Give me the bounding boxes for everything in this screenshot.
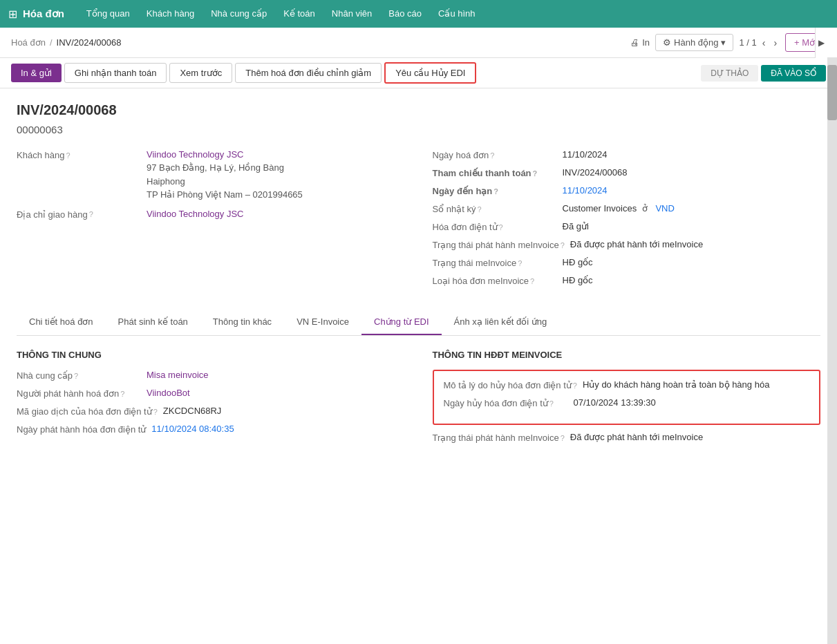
left-section-title: THÔNG TIN CHUNG <box>17 350 405 360</box>
cancel-edi-button[interactable]: Yêu cầu Hủy EDI <box>384 62 476 84</box>
q7-icon: ? <box>499 223 503 231</box>
tab-vn-einvoice[interactable]: VN E-Invoice <box>284 310 361 335</box>
bottom-section: THÔNG TIN CHUNG Nhà cung cấp ? Misa mein… <box>17 350 820 464</box>
tham-chieu-value: INV/2024/00068 <box>563 167 628 178</box>
question-mark-icon: ? <box>66 151 70 160</box>
trang-thai-phat-hanh-right-row: Trạng thái phát hành meInvoice ? Đã được… <box>433 432 821 443</box>
app-grid-icon[interactable]: ⊞ <box>8 8 17 21</box>
q4-icon: ? <box>533 169 538 178</box>
q13-icon: ? <box>153 408 158 416</box>
tab-thong-tin-khac[interactable]: Thông tin khác <box>200 310 284 335</box>
ngay-huy-value: 07/10/2024 13:39:30 <box>574 397 656 408</box>
ma-giao-dich-row: Mã giao dịch của hóa đơn điện tử ? ZKCDC… <box>17 406 405 417</box>
pagination: 1 / 1 ‹ › <box>739 36 780 50</box>
nav-khach-hang[interactable]: Khách hàng <box>138 0 203 28</box>
dia-chi-giao-hang-label: Địa chỉ giao hàng ? <box>17 209 141 220</box>
action-buttons: In & gửi Ghi nhận thanh toán Xem trước T… <box>11 62 476 84</box>
right-section-title: THÔNG TIN HĐĐT MEINVOICE <box>433 350 821 360</box>
trang-thai-phat-hanh-right-value: Đã được phát hành tới meInvoice <box>570 432 703 442</box>
bottom-left-col: THÔNG TIN CHUNG Nhà cung cấp ? Misa mein… <box>17 350 405 450</box>
nha-cung-cap-value[interactable]: Misa meinvoice <box>147 370 209 380</box>
tab-anh-xa-lien-ket[interactable]: Ánh xạ liên kết đối ứng <box>442 310 560 335</box>
loai-hoa-don-label: Loại hóa đơn meInvoice ? <box>433 275 557 286</box>
tab-chi-tiet-hoa-don[interactable]: Chi tiết hoá đơn <box>17 310 106 335</box>
q14-icon: ? <box>573 381 577 390</box>
trang-thai-meinvoice-value: HĐ gốc <box>563 257 593 267</box>
trang-thai-phat-hanh-right-label: Trạng thái phát hành meInvoice ? <box>433 432 565 443</box>
nav-ke-toan[interactable]: Kế toán <box>275 0 323 28</box>
preview-button[interactable]: Xem trước <box>169 63 232 83</box>
record-payment-button[interactable]: Ghi nhận thanh toán <box>64 63 167 83</box>
tab-phat-sinh-ke-toan[interactable]: Phát sinh kế toán <box>106 310 200 335</box>
khach-hang-value[interactable]: Viindoo Technology JSC <box>147 149 303 160</box>
ngay-hoa-don-row: Ngày hoá đơn ? 11/10/2024 <box>433 149 821 160</box>
hoa-don-dien-tu-value: Đã gửi <box>563 221 589 231</box>
ma-giao-dich-label: Mã giao dịch của hóa đơn điện tử ? <box>17 406 158 417</box>
ngay-den-han-value: 11/10/2024 <box>563 185 608 196</box>
tab-chung-tu-edi[interactable]: Chứng từ EDI <box>361 310 442 335</box>
scrollbar[interactable] <box>827 58 837 644</box>
loai-hoa-don-value: HĐ gốc <box>563 275 593 285</box>
q3-icon: ? <box>490 151 494 160</box>
q9-icon: ? <box>518 259 522 267</box>
mo-ta-ly-do-row: Mô tả lý do hủy hóa đơn điện tử ? Hủy do… <box>444 379 810 390</box>
khach-hang-row: Khách hàng ? Viindoo Technology JSC 97 B… <box>17 149 405 202</box>
nha-cung-cap-label: Nhà cung cấp ? <box>17 370 141 381</box>
form-right-col: Ngày hoá đơn ? 11/10/2024 Tham chiếu tha… <box>433 149 821 293</box>
ngay-den-han-row: Ngày đến hạn ? 11/10/2024 <box>433 185 821 196</box>
nav-cau-hinh[interactable]: Cấu hình <box>430 0 484 28</box>
side-collapse-button[interactable]: ▶ <box>815 28 827 58</box>
ngay-hoa-don-value: 11/10/2024 <box>563 149 608 160</box>
q15-icon: ? <box>549 399 554 408</box>
address-line2: Haiphong <box>147 175 303 189</box>
invoice-form-section: Khách hàng ? Viindoo Technology JSC 97 B… <box>17 149 820 293</box>
nha-cung-cap-row: Nhà cung cấp ? Misa meinvoice <box>17 370 405 381</box>
ngay-phat-hanh-row: Ngày phát hành hóa đơn điện tử 11/10/202… <box>17 424 405 435</box>
breadcrumb-parent[interactable]: Hoá đơn <box>11 37 46 48</box>
dia-chi-giao-hang-row: Địa chỉ giao hàng ? Viindoo Technology J… <box>17 209 405 220</box>
hoa-don-dien-tu-row: Hóa đơn điện tử ? Đã gửi <box>433 221 821 232</box>
scrollbar-thumb[interactable] <box>827 65 837 120</box>
print-button[interactable]: 🖨 In <box>630 37 650 48</box>
q16-icon: ? <box>561 434 565 442</box>
add-credit-note-button[interactable]: Thêm hoá đơn điều chỉnh giảm <box>235 63 382 83</box>
red-box-container: Mô tả lý do hủy hóa đơn điện tử ? Hủy do… <box>433 370 821 425</box>
breadcrumb-actions: 🖨 In ⚙ Hành động ▾ 1 / 1 ‹ › + Mới <box>630 33 826 52</box>
ngay-hoa-don-label: Ngày hoá đơn ? <box>433 149 557 160</box>
khach-hang-col: Viindoo Technology JSC 97 Bạch Đằng, Hạ … <box>147 149 303 202</box>
so-nhat-ky-row: Sổ nhật ký ? Customer Invoices ở VND <box>433 203 821 214</box>
printer-icon: 🖨 <box>630 37 639 48</box>
print-send-button[interactable]: In & gửi <box>11 64 62 82</box>
currency-vnd: VND <box>655 203 674 214</box>
dia-chi-giao-hang-value[interactable]: Viindoo Technology JSC <box>147 209 243 219</box>
nguoi-phat-hanh-row: Người phát hành hoá đơn ? ViindooBot <box>17 388 405 399</box>
tham-chieu-label: Tham chiếu thanh toán ? <box>433 167 557 178</box>
tham-chieu-row: Tham chiếu thanh toán ? INV/2024/00068 <box>433 167 821 178</box>
mo-ta-ly-do-label: Mô tả lý do hủy hóa đơn điện tử ? <box>444 379 577 390</box>
q6-icon: ? <box>477 205 481 214</box>
tabs-bar: Chi tiết hoá đơn Phát sinh kế toán Thông… <box>17 310 820 336</box>
nguoi-phat-hanh-value[interactable]: ViindooBot <box>147 388 190 398</box>
breadcrumb-current: INV/2024/00068 <box>57 37 122 48</box>
draft-badge[interactable]: DỰ THẢO <box>701 65 758 82</box>
app-name[interactable]: Hóa đơn <box>23 8 64 20</box>
q5-icon: ? <box>493 187 498 196</box>
hoa-don-dien-tu-label: Hóa đơn điện tử ? <box>433 221 557 232</box>
loai-hoa-don-row: Loại hóa đơn meInvoice ? HĐ gốc <box>433 275 821 286</box>
nguoi-phat-hanh-label: Người phát hành hoá đơn ? <box>17 388 141 399</box>
pagination-next[interactable]: › <box>771 36 780 50</box>
posted-badge[interactable]: ĐÃ VÀO SỔ <box>761 65 826 82</box>
invoice-form: INV/2024/00068 00000063 Khách hàng ? Vii… <box>0 88 837 644</box>
so-nhat-ky-label: Sổ nhật ký ? <box>433 203 557 214</box>
ngay-den-han-label: Ngày đến hạn ? <box>433 185 557 196</box>
trang-thai-meinvoice-label: Trạng thái meInvoice ? <box>433 257 557 268</box>
action-button[interactable]: ⚙ Hành động ▾ <box>655 34 733 51</box>
gear-icon: ⚙ <box>663 37 671 48</box>
nav-tong-quan[interactable]: Tổng quan <box>78 0 138 28</box>
pagination-prev[interactable]: ‹ <box>760 36 769 50</box>
nav-nhan-vien[interactable]: Nhân viên <box>323 0 381 28</box>
ma-giao-dich-value: ZKCDCN68RJ <box>163 406 222 416</box>
nav-nha-cung-cap[interactable]: Nhà cung cấp <box>203 0 275 28</box>
nav-bao-cao[interactable]: Báo cáo <box>380 0 430 28</box>
q11-icon: ? <box>74 372 78 380</box>
